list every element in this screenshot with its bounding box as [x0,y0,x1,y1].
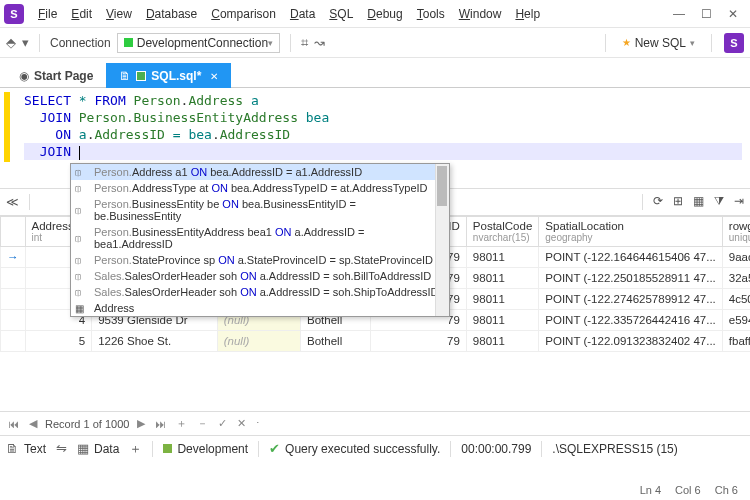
grid-lines-icon[interactable]: ▦ [693,194,704,210]
filter-icon[interactable]: ⧩ [714,194,724,210]
menu-database[interactable]: Database [140,3,203,25]
view-data-button[interactable]: ▦Data [77,441,119,456]
tool-icon-1[interactable]: ⌗ [301,35,308,51]
view-toggle-icon[interactable]: ⇋ [56,441,67,456]
sql-editor[interactable]: SELECT * FROM Person.Address a JOIN Pers… [0,88,750,188]
autocomplete-item[interactable]: ⎅Person.AddressType at ON bea.AddressTyp… [71,180,449,196]
menu-comparison[interactable]: Comparison [205,3,282,25]
home-icon: ◉ [19,69,29,83]
window-controls: — ☐ ✕ [673,7,746,21]
join-icon: ⎅ [75,287,89,298]
menu-sql[interactable]: SQL [323,3,359,25]
autocomplete-item[interactable]: ⎅Sales.SalesOrderHeader soh ON a.Address… [71,268,449,284]
record-navigator[interactable]: ⏮ ◀ Record 1 of 1000 ▶ ⏭ ＋ － ✓ ✕ ⋅ [0,411,750,435]
join-icon: ⎅ [75,271,89,282]
maximize-icon[interactable]: ☐ [701,7,712,21]
view-text-button[interactable]: 🗎Text [6,441,46,456]
nav-next-icon[interactable]: ▶ [135,417,147,430]
table-icon: ▦ [75,303,89,314]
column-header[interactable]: SpatialLocationgeography [539,217,723,247]
minimize-icon[interactable]: — [673,7,685,21]
app-logo: S [4,4,24,24]
star-icon: ★ [622,37,631,48]
table-row[interactable]: 51226 Shoe St.(null)Bothell7998011POINT … [1,331,751,352]
export-icon[interactable]: ⇥ [734,194,744,210]
tab-start-page[interactable]: ◉ Start Page [6,63,106,88]
nav-cancel-icon[interactable]: ✕ [235,417,248,430]
autocomplete-item[interactable]: ⎅Person.BusinessEntity be ON bea.Busines… [71,196,449,224]
column-header[interactable]: PostalCodenvarchar(15) [466,217,538,247]
success-icon: ✔ [269,441,280,456]
server-info: .\SQLEXPRESS15 (15) [552,442,677,456]
record-counter: Record 1 of 1000 [45,418,129,430]
autocomplete-item[interactable]: ⎅Sales.SalesOrderHeader soh ON a.Address… [71,284,449,300]
autocomplete-item[interactable]: ⎅Person.Address a1 ON bea.AddressID = a1… [71,164,449,180]
change-gutter [4,92,10,162]
chevron-down-icon: ▾ [690,38,695,48]
menu-edit[interactable]: Edit [65,3,98,25]
nav-last-icon[interactable]: ⏭ [153,418,168,430]
join-icon: ⎅ [75,183,89,194]
join-icon: ⎅ [75,233,89,244]
menu-debug[interactable]: Debug [361,3,408,25]
connection-status-icon [136,71,146,81]
nav-remove-icon[interactable]: － [195,416,210,431]
column-header[interactable]: rowguiduniqueidentifier [722,217,750,247]
grid-spacing-icon[interactable]: ⊞ [673,194,683,210]
autocomplete-scrollbar[interactable] [435,164,449,316]
menu-view[interactable]: View [100,3,138,25]
file-icon: 🗎 [119,69,131,83]
connection-toolbar: ⬘ ▾ Connection DevelopmentConnection ⌗ ↝… [0,28,750,58]
nav-commit-icon[interactable]: ✓ [216,417,229,430]
join-icon: ⎅ [75,167,89,178]
menu-help[interactable]: Help [509,3,546,25]
nav-add-icon[interactable]: ＋ [174,416,189,431]
menu-tools[interactable]: Tools [411,3,451,25]
tab-close-icon[interactable]: ✕ [210,71,218,82]
join-icon: ⎅ [75,205,89,216]
connection-label: Connection [50,36,111,50]
autocomplete-item[interactable]: ▦Address [71,300,449,316]
join-icon: ⎅ [75,255,89,266]
nav-prev-icon[interactable]: ◀ [27,417,39,430]
nav-first-icon[interactable]: ⏮ [6,418,21,430]
connection-combo[interactable]: DevelopmentConnection [117,33,280,53]
connect-icon[interactable]: ⬘ [6,35,16,50]
new-sql-button[interactable]: ★ New SQL ▾ [618,34,699,52]
brand-icon[interactable]: S [724,33,744,53]
data-view-icon: ▦ [77,441,89,456]
menu-file[interactable]: File [32,3,63,25]
text-cursor [79,146,80,160]
connect-dropdown-icon[interactable]: ▾ [22,35,29,50]
text-view-icon: 🗎 [6,441,19,456]
tab-sql-file[interactable]: 🗎 SQL.sql* ✕ [106,63,231,88]
autocomplete-item[interactable]: ⎅Person.BusinessEntityAddress bea1 ON a.… [71,224,449,252]
menu-data[interactable]: Data [284,3,321,25]
autocomplete-item[interactable]: ⎅Person.StateProvince sp ON a.StateProvi… [71,252,449,268]
status-bar: 🗎Text ⇋ ▦Data ＋ Development ✔Query execu… [0,435,750,461]
nav-more-icon[interactable]: ⋅ [254,417,262,430]
environment-indicator: Development [163,442,248,456]
tool-icon-2[interactable]: ↝ [314,35,325,50]
document-tabs: ◉ Start Page 🗎 SQL.sql* ✕ [0,58,750,88]
env-status-dot [163,444,172,453]
menu-window[interactable]: Window [453,3,508,25]
connection-status-dot [124,38,133,47]
cursor-position: Ln 4 Col 6 Ch 6 [640,484,738,496]
query-result-status: ✔Query executed successfully. [269,441,440,456]
title-bar: S FileEditViewDatabaseComparisonDataSQLD… [0,0,750,28]
close-icon[interactable]: ✕ [728,7,738,21]
collapse-icon[interactable]: ≪ [6,195,19,209]
autocomplete-popup[interactable]: ⎅Person.Address a1 ON bea.AddressID = a1… [70,163,450,317]
add-view-button[interactable]: ＋ [129,440,142,458]
query-time: 00:00:00.799 [461,442,531,456]
main-menu: FileEditViewDatabaseComparisonDataSQLDeb… [32,3,546,25]
refresh-icon[interactable]: ⟳ [653,194,663,210]
